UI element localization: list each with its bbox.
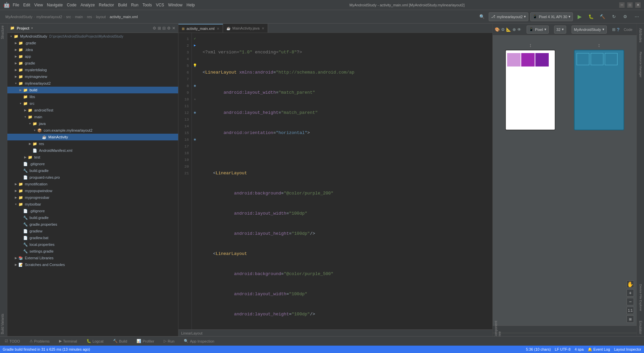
vtab-device-file-explorer[interactable]: Device File Explorer	[638, 282, 643, 313]
gutter-dot-16[interactable]: ◉	[193, 136, 197, 143]
tree-item-root[interactable]: ▾ 📁 MyAndroidStudy D:\project\AndroidStu…	[7, 33, 178, 40]
minimize-button[interactable]: ─	[619, 2, 625, 8]
zoom-in-btn[interactable]: +	[627, 289, 634, 297]
menu-run[interactable]: Run	[131, 3, 139, 7]
zoom-dropdown[interactable]: 32 ▾	[554, 26, 566, 34]
breadcrumb-main[interactable]: main	[75, 15, 83, 19]
vtab-build-variants[interactable]: Build Variants	[0, 312, 7, 336]
breadcrumb-file[interactable]: activity_main.xml	[110, 15, 138, 19]
tree-item-java[interactable]: ▾ 📁 java	[7, 120, 178, 127]
gutter-circle-10[interactable]: ○	[193, 96, 197, 103]
tree-item-mainactivity[interactable]: ▶ ☕ MainActivity	[7, 134, 178, 140]
panel-expand-icon[interactable]: ⊞	[158, 26, 161, 31]
tree-item-gradlewbat[interactable]: ▶ 📄 gradlew.bat	[7, 234, 178, 241]
tab-run[interactable]: ▷ Run	[162, 338, 176, 344]
tree-item-localprops[interactable]: ▶ 🔧 local.properties	[7, 241, 178, 248]
tree-item-package[interactable]: ▾ 📦 com.example.mylinearlayout2	[7, 127, 178, 134]
menu-navigate[interactable]: Navigate	[47, 3, 63, 7]
tree-item-main[interactable]: ▾ 📁 main	[7, 114, 178, 120]
branch-dropdown[interactable]: ⎇ mylinearlayout2 ▾	[489, 12, 528, 21]
attribute-btn[interactable]: ⚙	[501, 26, 505, 34]
build-btn[interactable]: 🔨	[598, 12, 607, 21]
tab-close-btn-2[interactable]: ✕	[262, 27, 264, 30]
menu-edit[interactable]: Edit	[23, 3, 30, 7]
tree-item-gitignore[interactable]: ▶ 📄 .gitignore	[7, 161, 178, 167]
settings-btn[interactable]: ⚙	[621, 12, 630, 21]
event-log-btn[interactable]: 🔔 Event Log	[588, 347, 610, 352]
preview-scrollbar[interactable]	[493, 333, 637, 336]
tab-app-inspection[interactable]: 🔍 App Inspection	[182, 338, 216, 344]
run-btn[interactable]: ▶	[575, 12, 584, 21]
tree-item-alertdialog[interactable]: ▶ 📁 myalertdialog	[7, 67, 178, 73]
tab-problems[interactable]: ⚠ Problems	[28, 338, 52, 344]
layout-inspector-btn[interactable]: Layout Inspector	[614, 347, 641, 351]
menu-refactor[interactable]: Refactor	[99, 3, 114, 7]
breadcrumb-res[interactable]: res	[87, 15, 92, 19]
menu-vcs[interactable]: VCS	[156, 3, 164, 7]
panel-controls[interactable]: ⚙ ⊞ ⊟ ⚙ ✕	[153, 26, 175, 31]
more-btn[interactable]: ⋯	[632, 12, 641, 21]
code-editor[interactable]: 12345 678910 1112131415 1617181920 21 ✓ …	[178, 33, 492, 329]
tree-item-androidtest[interactable]: ▶ 📁 androidTest	[7, 107, 178, 114]
panel-settings-icon[interactable]: ⚙	[167, 26, 171, 31]
menu-help[interactable]: Help	[186, 3, 195, 7]
tab-mainactivity-java[interactable]: ☕ MainActivity.java ✕	[223, 24, 268, 33]
sync-btn[interactable]: ↻	[609, 12, 619, 21]
tree-item-gradle2[interactable]: ▶ 📁 gradle	[7, 60, 178, 67]
tab-activity-main-xml[interactable]: ⊞ activity_main.xml ✕	[178, 24, 223, 33]
component-tree-tab[interactable]: Component Tree	[493, 325, 637, 333]
breadcrumb-module[interactable]: mylinearlayout2	[36, 15, 62, 19]
close-button[interactable]: ✕	[635, 2, 641, 8]
tree-item-gitignore2[interactable]: ▶ 📄 .gitignore	[7, 208, 178, 214]
restore-button[interactable]: □	[627, 2, 633, 8]
panel-collapse-icon[interactable]: ⊟	[162, 26, 166, 31]
gutter-dot-12[interactable]: ◉	[193, 109, 197, 116]
menu-code[interactable]: Code	[67, 3, 76, 7]
tree-item-settingsgradle[interactable]: ▶ 🔧 settings.gradle	[7, 248, 178, 255]
preview-content[interactable]: ↕ ↕	[493, 36, 637, 325]
tree-item-buildgradle2[interactable]: ▶ 🔧 build.gradle	[7, 214, 178, 221]
tree-item-extlibs[interactable]: ▶ 📚 External Libraries	[7, 255, 178, 261]
tree-item-notification[interactable]: ▶ 📁 mynotification	[7, 181, 178, 187]
expand-btn[interactable]: ⊞	[612, 26, 615, 34]
eye-btn[interactable]: 👁	[517, 26, 521, 34]
vtab-emulator[interactable]: Emulator	[638, 319, 643, 336]
panel-gear-icon[interactable]: ⚙	[153, 26, 156, 31]
breadcrumb-layout[interactable]: layout	[96, 15, 106, 19]
tab-todo[interactable]: ☑ TODO	[3, 338, 22, 344]
tree-item-gradlew[interactable]: ▶ 📄 gradlew	[7, 228, 178, 234]
tree-item-src[interactable]: ▾ 📁 src	[7, 100, 178, 107]
tree-item-proguard[interactable]: ▶ 📄 proguard-rules.pro	[7, 174, 178, 181]
window-controls[interactable]: ─ □ ✕	[619, 2, 641, 8]
tab-logcat[interactable]: 🐛 Logcat	[85, 338, 106, 344]
tab-profiler[interactable]: 📊 Profiler	[135, 338, 156, 344]
tree-item-libs[interactable]: ▶ 📁 libs	[7, 93, 178, 100]
tree-item-toolbar[interactable]: ▾ 📁 mytoolbar	[7, 201, 178, 208]
project-dropdown[interactable]: MyAndroidStudy ▾	[572, 26, 607, 34]
vtab-resource-manager[interactable]: Resource Manager	[638, 50, 643, 80]
menu-build[interactable]: Build	[118, 3, 127, 7]
device-dropdown[interactable]: 📱 Pixel 4 XL API 30 ▾	[530, 12, 573, 21]
tree-item-gradle[interactable]: ▶ 📁 .gradle	[7, 40, 178, 46]
tree-item-buildgradle[interactable]: ▶ 🔧 build.gradle	[7, 167, 178, 174]
panel-close-icon[interactable]: ✕	[172, 26, 175, 31]
project-tree[interactable]: ▾ 📁 MyAndroidStudy D:\project\AndroidStu…	[7, 33, 178, 336]
device-dropdown[interactable]: 📱 Pixel ▾	[527, 26, 549, 34]
palette-btn[interactable]: 🎨	[495, 26, 500, 34]
zoom-controls[interactable]: ✋ + − 1:1 ⊞	[627, 280, 634, 323]
menu-window[interactable]: Window	[168, 3, 182, 7]
zoom-btn[interactable]: ⊕	[513, 26, 516, 34]
zoom-fit-btn[interactable]: 1:1	[627, 307, 634, 314]
tree-item-app[interactable]: ▶ 📁 app	[7, 53, 178, 60]
help-btn[interactable]: ?	[617, 26, 620, 34]
vtab-attributes[interactable]: Attributes	[638, 26, 643, 44]
gutter-dot-8[interactable]: ◉	[193, 83, 197, 89]
tree-item-res[interactable]: ▶ 📁 res	[7, 140, 178, 147]
search-everywhere-btn[interactable]: 🔍	[477, 12, 487, 21]
tab-terminal[interactable]: ▶ Terminal	[57, 338, 79, 344]
tree-item-imageview[interactable]: ▶ 📁 myimageview	[7, 73, 178, 80]
breadcrumb-project[interactable]: MyAndroidStudy	[5, 15, 33, 19]
tree-item-linearlayout[interactable]: ▾ 📁 mylinearlayout2	[7, 80, 178, 87]
tree-item-scratches[interactable]: ▶ 📝 Scratches and Consoles	[7, 261, 178, 268]
tree-item-popup[interactable]: ▶ 📁 mypopupwindow	[7, 187, 178, 194]
